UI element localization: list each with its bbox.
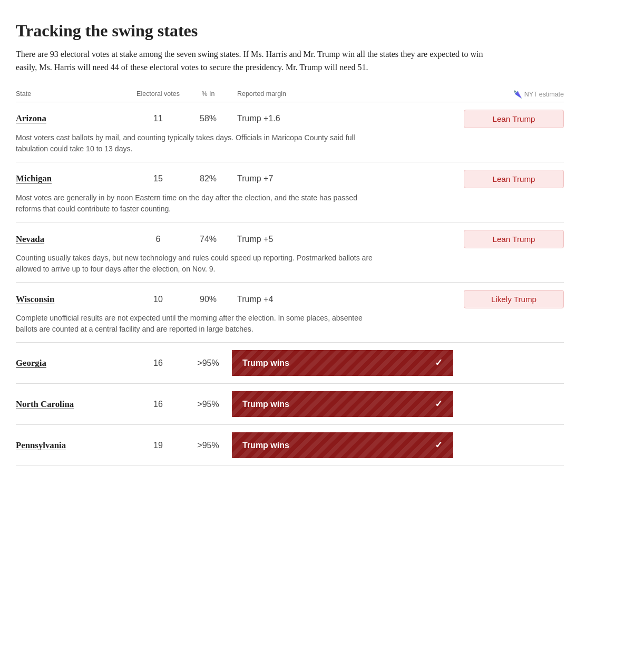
state-pct: 82% (184, 174, 232, 183)
state-estimate-wrap: Lean Trump (448, 110, 564, 128)
state-row-wins: Pennsylvania19>95%Trump wins✓ (16, 425, 564, 466)
table-header: State Electoral votes % In Reported marg… (16, 90, 564, 102)
state-name: Georgia (16, 358, 132, 369)
state-note: Most voters cast ballots by mail, and co… (16, 132, 374, 162)
state-name: North Carolina (16, 399, 132, 410)
col-state: State (16, 90, 132, 99)
state-row: Arizona1158%Trump +1.6Lean Trump (16, 102, 564, 132)
state-note: Counting usually takes days, but new tec… (16, 253, 374, 282)
trump-wins-badge: Trump wins✓ (232, 350, 453, 376)
col-pct: % In (184, 90, 232, 99)
estimate-badge: Likely Trump (464, 290, 564, 308)
state-name: Pennsylvania (16, 440, 132, 451)
trump-wins-text: Trump wins (242, 400, 289, 409)
state-pct: 90% (184, 295, 232, 304)
state-electoral: 16 (132, 400, 184, 409)
estimate-badge: Lean Trump (464, 170, 564, 188)
state-pct: >95% (184, 358, 232, 368)
state-electoral: 15 (132, 174, 184, 183)
state-estimate-wrap: Likely Trump (448, 290, 564, 308)
state-block: Nevada674%Trump +5Lean TrumpCounting usu… (16, 222, 564, 283)
state-row: Wisconsin1090%Trump +4Likely Trump (16, 283, 564, 313)
col-electoral: Electoral votes (132, 90, 184, 99)
state-block: Pennsylvania19>95%Trump wins✓ (16, 425, 564, 466)
state-note: Complete unofficial results are not expe… (16, 313, 374, 342)
state-pct: >95% (184, 441, 232, 450)
intro-text: There are 93 electoral votes at stake am… (16, 48, 490, 74)
estimate-badge: Lean Trump (464, 230, 564, 248)
state-pct: 74% (184, 235, 232, 244)
state-pct: 58% (184, 114, 232, 123)
trump-wins-text: Trump wins (242, 441, 289, 450)
state-block: North Carolina16>95%Trump wins✓ (16, 384, 564, 425)
state-row: Michigan1582%Trump +7Lean Trump (16, 162, 564, 192)
state-block: Georgia16>95%Trump wins✓ (16, 343, 564, 384)
estimate-badge: Lean Trump (464, 110, 564, 128)
checkmark-icon: ✓ (435, 357, 443, 369)
state-note: Most votes are generally in by noon East… (16, 192, 374, 222)
state-block: Michigan1582%Trump +7Lean TrumpMost vote… (16, 162, 564, 222)
state-estimate-wrap: Lean Trump (448, 170, 564, 188)
trump-wins-wrap: Trump wins✓ (232, 350, 453, 376)
state-name: Arizona (16, 113, 132, 124)
state-electoral: 16 (132, 358, 184, 368)
checkmark-icon: ✓ (435, 440, 443, 451)
states-table: Arizona1158%Trump +1.6Lean TrumpMost vot… (16, 102, 564, 467)
state-pct: >95% (184, 400, 232, 409)
trump-wins-badge: Trump wins✓ (232, 391, 453, 417)
col-margin: Reported margin (232, 90, 448, 99)
state-estimate-wrap: Lean Trump (448, 230, 564, 248)
state-row-wins: Georgia16>95%Trump wins✓ (16, 343, 564, 383)
state-block: Arizona1158%Trump +1.6Lean TrumpMost vot… (16, 102, 564, 162)
trump-wins-wrap: Trump wins✓ (232, 432, 453, 458)
state-name: Wisconsin (16, 294, 132, 305)
trump-wins-badge: Trump wins✓ (232, 432, 453, 458)
state-margin: Trump +7 (232, 174, 448, 183)
state-electoral: 10 (132, 295, 184, 304)
trump-wins-wrap: Trump wins✓ (232, 391, 453, 417)
checkmark-icon: ✓ (435, 399, 443, 410)
state-electoral: 6 (132, 235, 184, 244)
state-row-wins: North Carolina16>95%Trump wins✓ (16, 384, 564, 424)
state-margin: Trump +5 (232, 235, 448, 244)
umbrella-icon: 🌂 (513, 90, 522, 99)
state-margin: Trump +1.6 (232, 114, 448, 123)
state-electoral: 11 (132, 114, 184, 123)
state-electoral: 19 (132, 441, 184, 450)
state-margin: Trump +4 (232, 295, 448, 304)
state-name: Michigan (16, 173, 132, 184)
page-title: Tracking the swing states (16, 21, 564, 41)
state-name: Nevada (16, 234, 132, 245)
col-estimate: 🌂 NYT estimate (448, 90, 564, 99)
state-block: Wisconsin1090%Trump +4Likely TrumpComple… (16, 283, 564, 343)
trump-wins-text: Trump wins (242, 358, 289, 368)
state-row: Nevada674%Trump +5Lean Trump (16, 222, 564, 253)
